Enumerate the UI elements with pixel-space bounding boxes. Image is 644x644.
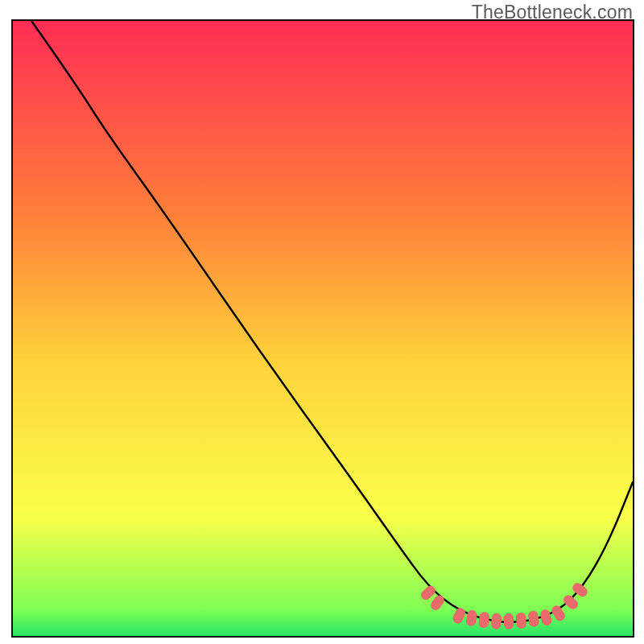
trough-marker [478,612,490,629]
trough-marker [527,610,539,627]
plot-area [11,19,634,638]
trough-marker [571,581,589,599]
trough-marker [550,604,567,622]
trough-marker [561,593,580,611]
trough-marker [539,609,552,626]
marker-layer [13,21,633,636]
trough-marker-group [419,581,589,630]
chart-root: TheBottleneck.com [0,0,644,644]
trough-marker [491,613,502,629]
trough-marker [515,612,526,629]
trough-marker [504,613,514,630]
trough-marker [465,609,478,627]
trough-marker [452,606,467,625]
